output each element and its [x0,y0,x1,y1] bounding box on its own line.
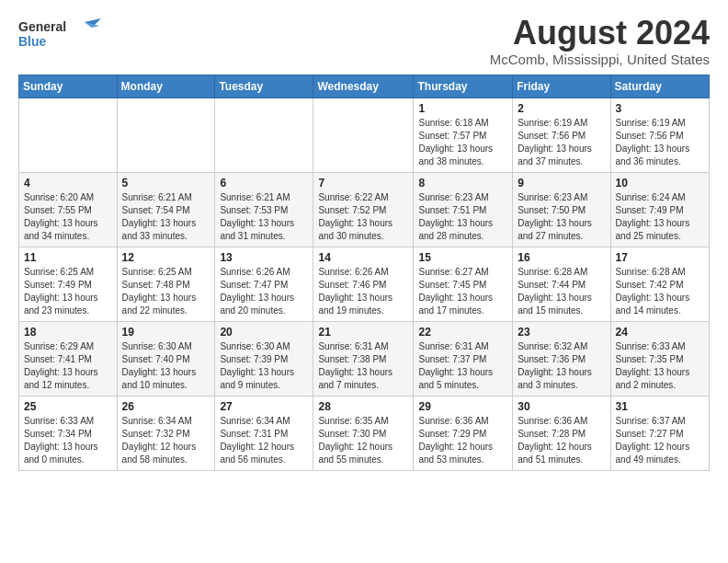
calendar-cell: 15Sunrise: 6:27 AM Sunset: 7:45 PM Dayli… [414,247,513,321]
page-header: General Blue August 2024 McComb, Mississ… [18,15,710,67]
calendar-cell: 31Sunrise: 6:37 AM Sunset: 7:27 PM Dayli… [610,396,709,470]
weekday-header: Monday [117,75,215,98]
day-info: Sunrise: 6:35 AM Sunset: 7:30 PM Dayligh… [318,415,408,466]
day-info: Sunrise: 6:30 AM Sunset: 7:40 PM Dayligh… [122,340,210,392]
weekday-header: Thursday [414,75,513,98]
calendar-cell: 28Sunrise: 6:35 AM Sunset: 7:30 PM Dayli… [313,396,414,470]
calendar-cell: 19Sunrise: 6:30 AM Sunset: 7:40 PM Dayli… [117,321,215,396]
calendar-cell: 22Sunrise: 6:31 AM Sunset: 7:37 PM Dayli… [414,321,513,396]
calendar-title: August 2024 [490,15,710,52]
day-number: 31 [616,400,704,413]
svg-text:General: General [18,19,66,34]
day-info: Sunrise: 6:21 AM Sunset: 7:54 PM Dayligh… [122,191,210,243]
calendar-week-row: 1Sunrise: 6:18 AM Sunset: 7:57 PM Daylig… [19,98,710,172]
day-number: 25 [24,400,112,413]
day-number: 14 [318,251,408,264]
day-number: 30 [518,400,605,413]
day-number: 1 [418,102,507,115]
day-info: Sunrise: 6:25 AM Sunset: 7:49 PM Dayligh… [24,266,112,317]
day-info: Sunrise: 6:20 AM Sunset: 7:55 PM Dayligh… [24,191,112,243]
calendar-cell: 8Sunrise: 6:23 AM Sunset: 7:51 PM Daylig… [414,172,513,247]
day-info: Sunrise: 6:25 AM Sunset: 7:48 PM Dayligh… [122,266,210,317]
calendar-table: SundayMondayTuesdayWednesdayThursdayFrid… [18,75,710,471]
day-info: Sunrise: 6:18 AM Sunset: 7:57 PM Dayligh… [418,117,507,168]
day-number: 5 [122,177,210,190]
day-info: Sunrise: 6:22 AM Sunset: 7:52 PM Dayligh… [318,191,408,243]
calendar-cell: 17Sunrise: 6:28 AM Sunset: 7:42 PM Dayli… [610,247,709,321]
day-info: Sunrise: 6:36 AM Sunset: 7:29 PM Dayligh… [418,415,507,466]
calendar-cell: 26Sunrise: 6:34 AM Sunset: 7:32 PM Dayli… [117,396,215,470]
calendar-cell: 11Sunrise: 6:25 AM Sunset: 7:49 PM Dayli… [19,247,118,321]
weekday-header: Wednesday [313,75,414,98]
calendar-week-row: 11Sunrise: 6:25 AM Sunset: 7:49 PM Dayli… [19,247,710,321]
calendar-title-area: August 2024 McComb, Mississippi, United … [490,15,710,67]
day-number: 4 [24,177,112,190]
day-number: 8 [418,177,507,190]
calendar-cell [215,98,313,172]
day-info: Sunrise: 6:21 AM Sunset: 7:53 PM Dayligh… [220,191,308,243]
day-info: Sunrise: 6:33 AM Sunset: 7:35 PM Dayligh… [616,340,704,392]
day-info: Sunrise: 6:34 AM Sunset: 7:31 PM Dayligh… [220,415,308,466]
weekday-header-row: SundayMondayTuesdayWednesdayThursdayFrid… [19,75,710,98]
calendar-cell: 6Sunrise: 6:21 AM Sunset: 7:53 PM Daylig… [215,172,313,247]
day-number: 16 [518,251,605,264]
calendar-cell: 24Sunrise: 6:33 AM Sunset: 7:35 PM Dayli… [610,321,709,396]
day-info: Sunrise: 6:32 AM Sunset: 7:36 PM Dayligh… [518,340,605,392]
calendar-subtitle: McComb, Mississippi, United States [490,52,710,67]
day-info: Sunrise: 6:31 AM Sunset: 7:37 PM Dayligh… [418,340,507,392]
calendar-cell: 2Sunrise: 6:19 AM Sunset: 7:56 PM Daylig… [513,98,610,172]
day-info: Sunrise: 6:28 AM Sunset: 7:42 PM Dayligh… [616,266,704,317]
day-info: Sunrise: 6:23 AM Sunset: 7:51 PM Dayligh… [418,191,507,243]
calendar-cell [313,98,414,172]
day-number: 23 [518,326,605,339]
day-number: 24 [616,326,704,339]
day-number: 15 [418,251,507,264]
calendar-cell: 23Sunrise: 6:32 AM Sunset: 7:36 PM Dayli… [513,321,610,396]
calendar-cell: 16Sunrise: 6:28 AM Sunset: 7:44 PM Dayli… [513,247,610,321]
day-info: Sunrise: 6:30 AM Sunset: 7:39 PM Dayligh… [220,340,308,392]
day-number: 11 [24,251,112,264]
day-number: 17 [616,251,704,264]
svg-text:Blue: Blue [18,34,47,49]
day-number: 18 [24,326,112,339]
calendar-week-row: 4Sunrise: 6:20 AM Sunset: 7:55 PM Daylig… [19,172,710,247]
calendar-cell: 30Sunrise: 6:36 AM Sunset: 7:28 PM Dayli… [513,396,610,470]
weekday-header: Tuesday [215,75,313,98]
weekday-header: Friday [513,75,610,98]
calendar-cell [117,98,215,172]
calendar-cell: 14Sunrise: 6:26 AM Sunset: 7:46 PM Dayli… [313,247,414,321]
calendar-cell: 13Sunrise: 6:26 AM Sunset: 7:47 PM Dayli… [215,247,313,321]
day-number: 7 [318,177,408,190]
calendar-cell: 5Sunrise: 6:21 AM Sunset: 7:54 PM Daylig… [117,172,215,247]
day-number: 27 [220,400,308,413]
calendar-cell: 29Sunrise: 6:36 AM Sunset: 7:29 PM Dayli… [414,396,513,470]
day-info: Sunrise: 6:36 AM Sunset: 7:28 PM Dayligh… [518,415,605,466]
calendar-cell: 3Sunrise: 6:19 AM Sunset: 7:56 PM Daylig… [610,98,709,172]
calendar-cell: 12Sunrise: 6:25 AM Sunset: 7:48 PM Dayli… [117,247,215,321]
day-info: Sunrise: 6:27 AM Sunset: 7:45 PM Dayligh… [418,266,507,317]
day-number: 3 [616,102,704,115]
calendar-cell: 27Sunrise: 6:34 AM Sunset: 7:31 PM Dayli… [215,396,313,470]
calendar-week-row: 18Sunrise: 6:29 AM Sunset: 7:41 PM Dayli… [19,321,710,396]
calendar-cell: 25Sunrise: 6:33 AM Sunset: 7:34 PM Dayli… [19,396,118,470]
day-number: 2 [518,102,605,115]
calendar-cell: 9Sunrise: 6:23 AM Sunset: 7:50 PM Daylig… [513,172,610,247]
calendar-cell: 10Sunrise: 6:24 AM Sunset: 7:49 PM Dayli… [610,172,709,247]
day-info: Sunrise: 6:33 AM Sunset: 7:34 PM Dayligh… [24,415,112,466]
day-number: 26 [122,400,210,413]
day-number: 29 [418,400,507,413]
day-info: Sunrise: 6:19 AM Sunset: 7:56 PM Dayligh… [616,117,704,168]
day-number: 9 [518,177,605,190]
calendar-cell: 20Sunrise: 6:30 AM Sunset: 7:39 PM Dayli… [215,321,313,396]
logo: General Blue [18,15,101,52]
logo-icon: General Blue [18,15,101,52]
day-info: Sunrise: 6:26 AM Sunset: 7:46 PM Dayligh… [318,266,408,317]
day-info: Sunrise: 6:34 AM Sunset: 7:32 PM Dayligh… [122,415,210,466]
day-number: 12 [122,251,210,264]
day-info: Sunrise: 6:37 AM Sunset: 7:27 PM Dayligh… [616,415,704,466]
calendar-cell: 7Sunrise: 6:22 AM Sunset: 7:52 PM Daylig… [313,172,414,247]
day-info: Sunrise: 6:26 AM Sunset: 7:47 PM Dayligh… [220,266,308,317]
day-number: 28 [318,400,408,413]
calendar-week-row: 25Sunrise: 6:33 AM Sunset: 7:34 PM Dayli… [19,396,710,470]
day-number: 19 [122,326,210,339]
